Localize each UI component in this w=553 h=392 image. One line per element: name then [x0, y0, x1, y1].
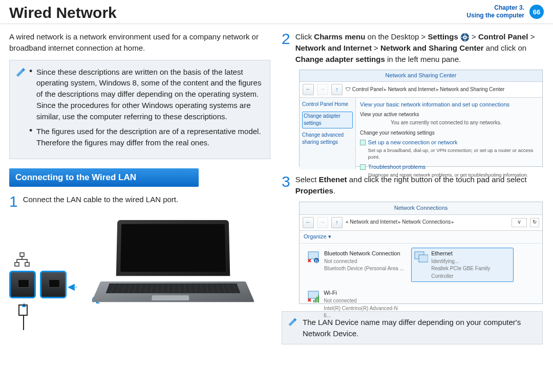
svg-rect-0: [20, 253, 24, 256]
nav-bar: ← → ↑ 🛡 Control Panel▸Network and Intern…: [300, 82, 542, 98]
window-title: Network Connections: [300, 202, 542, 215]
step-text: Connect the LAN cable to the wired LAN p…: [23, 194, 270, 209]
note-list: Since these descriptions are written on …: [29, 67, 263, 153]
bluetooth-icon: ✖B: [306, 250, 321, 264]
refresh-button[interactable]: ↻: [530, 218, 539, 227]
setup-new-subtext: Set up a broadband, dial-up, or VPN conn…: [368, 147, 538, 161]
connection-status: Not connected: [324, 297, 404, 305]
note-item: The figures used for the description are…: [29, 126, 263, 148]
troubleshoot-icon: [360, 164, 366, 170]
left-pane: Control Panel Home Change adapter settin…: [300, 98, 356, 169]
step-text: Click Charms menu on the Desktop > Setti…: [295, 31, 543, 64]
lan-ports: [9, 271, 67, 298]
breadcrumb[interactable]: 🛡 Control Panel▸Network and Internet▸Net…: [346, 86, 504, 94]
nav-control-panel-home[interactable]: Control Panel Home: [302, 101, 353, 108]
nav-change-advanced-sharing[interactable]: Change advanced sharing settings: [302, 132, 353, 146]
laptop-illustration: [96, 220, 250, 312]
tip-text: The LAN Device name may differ depending…: [303, 317, 536, 339]
main-pane: View your basic network information and …: [356, 98, 542, 169]
connection-name: Wi-Fi: [324, 289, 404, 297]
svg-rect-7: [467, 37, 469, 38]
svg-rect-1: [15, 263, 19, 266]
svg-rect-5: [464, 40, 465, 41]
svg-rect-13: [419, 255, 428, 262]
svg-rect-18: [316, 297, 317, 302]
svg-text:✖: ✖: [307, 297, 311, 303]
connection-device: Realtek PCIe GBE Family Controller: [431, 265, 512, 280]
settings-label: Settings: [428, 32, 458, 41]
page-header: Wired Network Chapter 3. Using the compu…: [0, 0, 553, 24]
view-active-heading: View your active networks: [360, 111, 538, 119]
change-adapter-label: Change adapter settings: [295, 55, 385, 63]
not-connected-text: You are currently not connected to any n…: [391, 119, 538, 127]
step-3: 3 Select Ethenet and click the right but…: [282, 174, 543, 197]
connection-device: Bluetooth Device (Personal Area ...: [324, 265, 404, 273]
page-title: Wired Network: [9, 4, 117, 21]
dropdown-handle[interactable]: v: [512, 218, 527, 227]
ethernet-icon: [413, 250, 428, 264]
control-panel-label: Control Panel: [478, 32, 528, 41]
gear-icon: [460, 33, 470, 42]
network-icon: [13, 252, 31, 268]
chapter-line2: Using the computer: [466, 12, 524, 19]
link-setup-new-connection[interactable]: Set up a new connection or network: [368, 139, 538, 147]
step-number: 1: [9, 194, 18, 209]
rj45-plug-icon: [18, 304, 28, 316]
window-title: Network and Sharing Center: [300, 70, 542, 82]
main-heading: View your basic network information and …: [360, 101, 538, 109]
figure-network-sharing-center: Network and Sharing Center ← → ↑ 🛡 Contr…: [299, 70, 543, 167]
chapter-line1: Chapter 3.: [466, 4, 524, 12]
header-right: Chapter 3. Using the computer 66: [466, 4, 544, 19]
properties-label: Properties: [295, 186, 333, 195]
chapter-label: Chapter 3. Using the computer: [466, 4, 524, 19]
connection-name: Ethernet: [431, 250, 512, 258]
svg-rect-2: [25, 263, 29, 266]
nav-bar: ← → ↑ « Network and Internet▸Network Con…: [300, 215, 542, 231]
svg-rect-17: [315, 298, 316, 302]
intro-paragraph: A wired network is a network environment…: [9, 31, 270, 54]
nav-change-adapter-settings[interactable]: Change adapter settings: [302, 112, 353, 128]
link-troubleshoot-problems[interactable]: Troubleshoot problems: [368, 163, 528, 171]
step-number: 2: [282, 31, 290, 64]
step-2: 2 Click Charms menu on the Desktop > Set…: [282, 31, 543, 64]
up-button[interactable]: ↑: [331, 217, 343, 228]
ethernet-label: Ethenet: [319, 175, 347, 184]
connection-bluetooth[interactable]: ✖B Bluetooth Network ConnectionNot conne…: [304, 248, 406, 282]
back-button[interactable]: ←: [303, 84, 314, 95]
note-item: Since these descriptions are written on …: [29, 67, 263, 122]
arrow-left-icon: ◀·: [68, 280, 77, 293]
connection-status: Not connected: [324, 258, 404, 266]
page-number-badge: 66: [529, 5, 544, 19]
section-heading: Connecting to the Wired LAN: [9, 168, 199, 187]
forward-button[interactable]: →: [317, 84, 328, 95]
svg-rect-16: [313, 300, 314, 302]
network-internet-label: Network and Internet: [295, 43, 372, 52]
organize-menu[interactable]: Organize ▾: [300, 231, 542, 244]
forward-button[interactable]: →: [317, 217, 328, 228]
content-columns: A wired network is a network environment…: [0, 24, 553, 350]
shield-icon: 🛡: [346, 86, 351, 92]
figure-network-connections: Network Connections ← → ↑ « Network and …: [299, 202, 543, 304]
connection-status: Identifying...: [431, 258, 512, 266]
lan-port-active: [9, 271, 36, 298]
step-number: 3: [282, 174, 290, 197]
connection-ethernet[interactable]: EthernetIdentifying...Realtek PCIe GBE F…: [411, 248, 514, 282]
change-settings-heading: Change your networking settings: [360, 129, 538, 137]
up-button[interactable]: ↑: [331, 84, 343, 95]
svg-text:B: B: [315, 258, 318, 264]
connection-icon: [360, 140, 366, 145]
right-column: 2 Click Charms menu on the Desktop > Set…: [282, 31, 543, 344]
connection-name: Bluetooth Network Connection: [324, 250, 404, 258]
breadcrumb[interactable]: « Network and Internet▸Network Connectio…: [346, 219, 508, 226]
step-1: 1 Connect the LAN cable to the wired LAN…: [9, 194, 270, 209]
charms-menu-label: Charms menu: [314, 32, 365, 41]
svg-text:✖: ✖: [307, 258, 311, 264]
svg-rect-6: [461, 37, 462, 38]
left-column: A wired network is a network environment…: [9, 31, 270, 344]
svg-rect-4: [464, 34, 465, 35]
laptop-figure: ◀· ↻ ▲: [9, 214, 270, 332]
note-icon: [287, 317, 299, 339]
lan-port: [40, 271, 67, 298]
network-sharing-label: Network and Sharing Center: [380, 43, 484, 52]
back-button[interactable]: ←: [303, 217, 314, 228]
